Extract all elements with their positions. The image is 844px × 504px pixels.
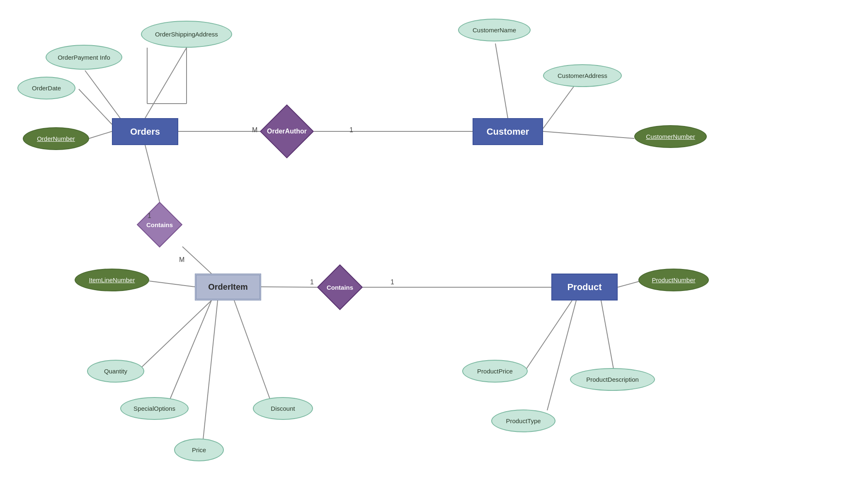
relationship-contains2: Contains <box>317 264 363 310</box>
cardinality-1d: 1 <box>390 279 394 286</box>
cardinality-1c: 1 <box>310 279 314 286</box>
attr-specialoptions: SpecialOptions <box>120 397 189 420</box>
svg-line-16 <box>166 300 211 409</box>
entity-customer: Customer <box>473 118 543 145</box>
svg-line-23 <box>601 300 614 369</box>
attr-customernumber: CustomerNumber <box>634 125 707 148</box>
attr-productdescription: ProductDescription <box>570 368 655 391</box>
entity-orderitem: OrderItem <box>195 274 261 300</box>
attr-price: Price <box>174 439 224 461</box>
attr-ordernumber: OrderNumber <box>23 127 89 150</box>
er-diagram: Orders Customer OrderItem Product OrderA… <box>0 0 844 504</box>
attr-discount: Discount <box>253 397 313 420</box>
svg-line-6 <box>89 131 112 138</box>
svg-line-14 <box>149 281 195 287</box>
cardinality-1a: 1 <box>349 126 353 134</box>
svg-line-22 <box>524 300 572 372</box>
svg-line-17 <box>203 300 218 439</box>
svg-line-11 <box>543 131 634 138</box>
attr-quantity: Quantity <box>87 360 144 383</box>
svg-line-1 <box>85 70 120 118</box>
attr-orderdate: OrderDate <box>17 77 75 99</box>
svg-line-2 <box>79 89 112 124</box>
svg-line-12 <box>145 145 160 202</box>
svg-line-18 <box>234 300 274 409</box>
cardinality-m2: M <box>179 256 184 264</box>
svg-line-9 <box>495 44 508 118</box>
svg-line-24 <box>547 300 576 410</box>
attr-producttype: ProductType <box>491 410 555 432</box>
attr-orderpaymentinfo: OrderPayment Info <box>46 45 122 70</box>
svg-line-15 <box>137 300 211 372</box>
relationship-contains1: Contains <box>137 202 182 247</box>
entity-orders: Orders <box>112 118 178 145</box>
entity-product: Product <box>551 274 618 300</box>
attr-ordershippingaddress: OrderShippingAddress <box>141 21 232 48</box>
svg-line-21 <box>618 281 640 287</box>
svg-line-19 <box>261 287 317 287</box>
cardinality-m1: M <box>252 126 257 134</box>
svg-line-13 <box>182 247 211 274</box>
attr-itemlinenumber: ItemLineNumber <box>75 269 149 291</box>
attr-productprice: ProductPrice <box>462 360 528 383</box>
connection-lines <box>0 0 844 504</box>
attr-productnumber: ProductNumber <box>638 269 709 291</box>
attr-customername: CustomerName <box>458 19 531 41</box>
cardinality-1b: 1 <box>148 212 151 220</box>
relationship-orderauthor: OrderAuthor <box>260 104 314 158</box>
attr-customeraddress: CustomerAddress <box>543 64 622 87</box>
svg-line-0 <box>145 48 187 118</box>
